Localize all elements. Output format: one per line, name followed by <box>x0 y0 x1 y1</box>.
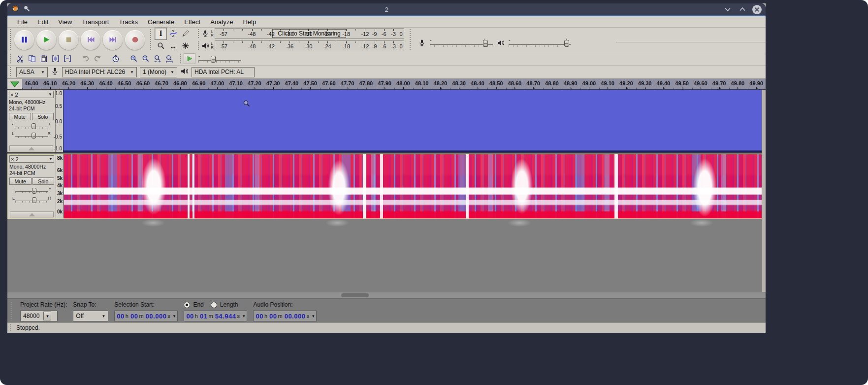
track-header[interactable]: × 2 ▼ <box>9 155 54 163</box>
undo-button[interactable] <box>80 53 91 64</box>
snap-to-select[interactable]: Off ▼ <box>73 311 108 321</box>
time-digits[interactable]: 00 <box>256 313 263 320</box>
play-speed-slider[interactable]: - <box>198 54 241 64</box>
chevron-down-icon[interactable]: ▾ <box>312 314 315 318</box>
menu-effect[interactable]: Effect <box>179 17 205 27</box>
length-radio[interactable] <box>211 302 217 308</box>
multi-tool-button[interactable] <box>179 40 192 52</box>
fit-selection-button[interactable] <box>152 53 163 64</box>
playback-meter-grip[interactable] <box>197 41 200 51</box>
end-radio[interactable] <box>184 302 190 308</box>
menu-file[interactable]: File <box>12 17 32 27</box>
gain-thumb[interactable] <box>32 188 36 194</box>
mute-button[interactable]: Mute <box>9 113 31 120</box>
track-menu-chevron-icon[interactable]: ▼ <box>49 157 53 161</box>
zoom-tool-button[interactable] <box>155 40 167 52</box>
pan-slider[interactable]: L R <box>11 131 52 139</box>
recording-volume-thumb[interactable] <box>483 40 488 47</box>
rewind-button[interactable] <box>81 30 100 50</box>
audio-position-field[interactable]: 00h00m00.000s▾ <box>253 311 317 321</box>
selection-end-field[interactable]: 00h01m54.944s▾ <box>184 311 247 321</box>
audio-host-select[interactable]: ALSA▼ <box>16 67 48 77</box>
cut-button[interactable] <box>14 53 26 64</box>
play-speed-thumb[interactable] <box>211 56 216 63</box>
copy-button[interactable] <box>26 53 37 64</box>
zoom-out-button[interactable] <box>140 53 151 64</box>
play-at-speed-button[interactable] <box>184 53 195 64</box>
playback-volume-thumb[interactable] <box>564 40 569 47</box>
recording-meter-grip[interactable] <box>197 29 200 38</box>
menu-transport[interactable]: Transport <box>77 17 114 27</box>
horizontal-scrollbar[interactable] <box>7 292 766 299</box>
edit-toolbar-grip[interactable] <box>9 53 12 64</box>
close-icon[interactable] <box>752 5 762 14</box>
sync-clock-button[interactable] <box>110 53 121 64</box>
frequency-ruler[interactable]: 8k6k5k4k3k2k0k <box>56 154 64 218</box>
pan-thumb[interactable] <box>32 197 36 203</box>
vertical-scrollbar[interactable] <box>762 90 766 292</box>
redo-button[interactable] <box>92 53 103 64</box>
timeline-pin-icon[interactable] <box>10 81 20 88</box>
recording-volume-slider[interactable]: - + <box>430 38 493 48</box>
gain-slider[interactable]: - + <box>11 121 52 130</box>
trim-button[interactable] <box>50 53 61 64</box>
time-digits[interactable]: 00.000 <box>146 313 167 320</box>
time-digits[interactable]: 00.000 <box>285 313 306 320</box>
forward-button[interactable] <box>103 30 123 50</box>
menu-analyze[interactable]: Analyze <box>205 17 238 27</box>
play-button[interactable] <box>36 30 56 50</box>
recording-channels-select[interactable]: 1 (Mono)▼ <box>140 67 177 77</box>
menu-edit[interactable]: Edit <box>32 17 53 27</box>
device-toolbar-grip[interactable] <box>9 67 12 77</box>
mixer-toolbar-grip[interactable] <box>409 29 412 51</box>
minimize-icon[interactable] <box>723 4 733 14</box>
transport-toolbar-grip[interactable] <box>9 29 12 51</box>
chevron-down-icon[interactable]: ▾ <box>243 314 245 318</box>
gain-slider[interactable]: - + <box>11 186 52 194</box>
track-close-icon[interactable]: × <box>10 92 13 97</box>
time-digits[interactable]: 01 <box>200 313 207 320</box>
transcription-toolbar-grip[interactable] <box>180 53 182 64</box>
timeshift-tool-button[interactable]: ↔ <box>167 40 179 52</box>
spectrogram-area[interactable] <box>64 154 765 218</box>
menu-generate[interactable]: Generate <box>143 17 179 27</box>
paste-button[interactable] <box>38 53 49 64</box>
solo-button[interactable]: Solo <box>32 113 54 120</box>
timeline-ruler[interactable]: 46.0046.1046.2046.3046.4046.5046.6046.70… <box>22 79 766 89</box>
recording-meter[interactable]: LR Click to Start Monitoring -57-48-42-3… <box>195 28 404 39</box>
amplitude-ruler[interactable]: 1.00.50.0-0.5-1.0 <box>56 90 64 152</box>
waveform-area[interactable] <box>64 90 766 152</box>
collapse-track-button[interactable] <box>9 145 53 151</box>
time-digits[interactable]: 54.944 <box>215 313 236 320</box>
selection-start-field[interactable]: 00h00m00.000s▾ <box>114 311 178 321</box>
menu-help[interactable]: Help <box>238 17 261 27</box>
selection-tool-button[interactable]: I <box>155 28 167 40</box>
track-menu-chevron-icon[interactable]: ▼ <box>48 92 52 97</box>
play-meter-scale[interactable]: -57-48-42-36-30-24-18-12-9-6-30 <box>215 40 404 51</box>
track-header[interactable]: × 2 ▼ <box>9 91 54 98</box>
track-name[interactable]: 2 <box>15 92 46 98</box>
track-close-icon[interactable]: × <box>11 157 14 162</box>
time-digits[interactable]: 00 <box>117 313 124 320</box>
collapse-track-button[interactable] <box>10 211 54 217</box>
menu-tracks[interactable]: Tracks <box>114 17 143 27</box>
pan-thumb[interactable] <box>32 133 36 139</box>
record-meter-scale[interactable]: Click to Start Monitoring -57-48-42-36-3… <box>215 28 404 39</box>
horizontal-scrollbar-thumb[interactable] <box>341 293 369 297</box>
menu-view[interactable]: View <box>53 17 77 27</box>
fit-project-button[interactable] <box>163 53 175 64</box>
time-digits[interactable]: 00 <box>269 313 277 320</box>
recording-device-select[interactable]: HDA Intel PCH: ALC26▼ <box>62 67 137 77</box>
track-name[interactable]: 2 <box>15 156 46 162</box>
pan-slider[interactable]: L R <box>11 195 52 204</box>
solo-button[interactable]: Solo <box>32 177 55 185</box>
spectrogram[interactable] <box>64 154 765 218</box>
tools-toolbar-grip[interactable] <box>150 29 152 51</box>
pin-icon[interactable] <box>23 5 31 14</box>
title-bar[interactable]: 2 <box>7 3 766 16</box>
gain-thumb[interactable] <box>32 123 36 129</box>
silence-button[interactable] <box>62 53 73 64</box>
pause-button[interactable] <box>14 30 34 50</box>
envelope-tool-button[interactable] <box>167 28 179 40</box>
chevron-down-icon[interactable]: ▾ <box>173 314 176 318</box>
